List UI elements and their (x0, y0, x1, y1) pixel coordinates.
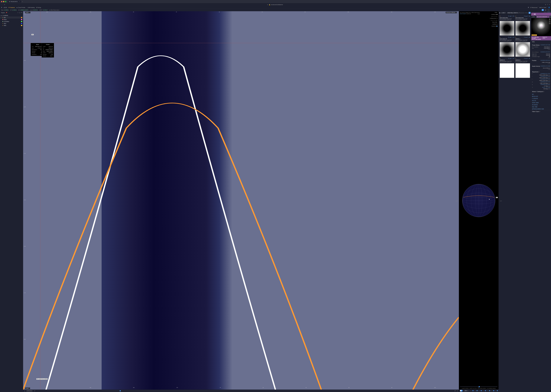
zoom-in-button[interactable]: + (549, 19, 551, 20)
add-target-button[interactable]: + (18, 12, 18, 13)
back-button[interactable]: ‹ (1, 4, 1, 5)
tab-close-icon[interactable]: × (19, 1, 20, 2)
download-icon[interactable]: ⬇ (512, 58, 512, 59)
px-ref-link[interactable]: 2021MNRAS.505.5978V (540, 60, 550, 61)
download-icon[interactable]: ⬇ (527, 58, 528, 59)
survey-image[interactable] (516, 63, 530, 78)
images-list-view-button[interactable]: ≡ (527, 12, 528, 14)
quote-icon[interactable]: Q (548, 69, 549, 70)
alias-link[interactable]: GCl 121 (531, 100, 551, 102)
sky-preview[interactable]: + + − ⛶ FoV: 13.71' (531, 18, 551, 36)
app-logo-icon[interactable]: ⊛ (1, 7, 2, 8)
fits-link[interactable]: fits (529, 37, 530, 38)
toolbar-button-1[interactable]: ˅ (542, 9, 544, 11)
source-link[interactable]: SIMBAD (547, 11, 550, 13)
fits-link[interactable]: fits (513, 15, 514, 17)
target-item-mars[interactable]: Mars (0, 19, 23, 21)
reader-icon[interactable]: ▭ (267, 4, 268, 5)
jpg-link[interactable]: jpg (525, 15, 527, 17)
user-avatar[interactable]: 👤 (548, 7, 550, 8)
alias-link[interactable]: [KPS2012] MWSC 3526 (531, 108, 551, 110)
download-icon[interactable]: ⬇ (524, 37, 525, 38)
target-item-1phalley[interactable]: 1P/Halley (0, 21, 23, 22)
jpg-link[interactable]: jpg (510, 58, 511, 59)
download-icon[interactable]: ⬇ (512, 15, 512, 17)
ee-ref-link[interactable]: 2018MNRAS.505.5978V (540, 51, 550, 53)
date-input[interactable]: 12/01/2022 (26, 390, 33, 392)
sky-range-slider[interactable] (470, 391, 497, 391)
next-day-button[interactable]: ► (457, 390, 458, 392)
images-grid-view-button[interactable]: ⊞ (529, 12, 530, 14)
jpg-link[interactable]: jpg (510, 37, 511, 38)
toolbar-button-3[interactable]: ⛶ (547, 9, 550, 11)
alias-link[interactable]: M 2 (531, 93, 551, 95)
jpg-link[interactable]: jpg (510, 15, 511, 17)
date-slider[interactable] (36, 391, 453, 391)
alias-link[interactable]: C 2130-010 (531, 98, 551, 100)
fits-link[interactable]: fits (529, 15, 530, 17)
images-icon[interactable]: ▦ (499, 12, 500, 14)
pin-icon[interactable]: 📌 (6, 12, 7, 13)
images-info-icon[interactable]: ⓘ (525, 12, 527, 14)
jpg-link[interactable]: jpg (525, 37, 527, 38)
sky-toggle[interactable] (460, 390, 463, 392)
nav-pro-tools[interactable]: ◉ Pro Tools ˅ (540, 7, 547, 8)
target-item-m57[interactable]: ★M57 (0, 22, 23, 24)
sky-time-slider[interactable] (460, 386, 497, 387)
quote-icon[interactable]: Q (548, 57, 549, 58)
copy-icon[interactable]: [C] (549, 63, 550, 64)
forward-button[interactable]: › (3, 4, 3, 5)
coord-system-dropdown[interactable]: J2000 ˅ (532, 16, 536, 18)
rv-ref-link[interactable]: 2018MNRAS.478.1520B (540, 66, 550, 67)
refresh-icon[interactable]: ↻ (21, 12, 22, 13)
copy-icon[interactable]: [C] (549, 57, 550, 58)
nav-self-hosting[interactable]: ⌂ Self-Hosting (27, 7, 35, 8)
survey-image[interactable] (516, 21, 530, 35)
nav-features[interactable]: ★ Features (8, 7, 15, 8)
quote-icon[interactable]: Q (548, 63, 549, 64)
copy-icon[interactable]: [A] (549, 69, 550, 70)
download-icon[interactable]: ⬇ (524, 15, 525, 17)
download-icon[interactable]: ⬇ (508, 37, 509, 38)
alias-link[interactable]: GCRV 13546 (531, 102, 551, 104)
extension-icon[interactable]: ✦ (549, 4, 550, 5)
images-survey-dropdown[interactable]: DSS2 Blue, DSS2 R... ˅ (507, 12, 525, 14)
sky-globe[interactable]: M2 (462, 184, 495, 217)
alias-link[interactable]: HD 205146 (531, 104, 551, 106)
download-icon[interactable]: ⬇ (527, 15, 528, 17)
toolbar-button-2[interactable]: ⊞ (544, 9, 547, 11)
fits-link[interactable]: fits (513, 58, 514, 59)
minimize-window-button[interactable] (3, 1, 4, 2)
alias-link[interactable]: NGC 7089 (531, 106, 551, 108)
settings-icon[interactable]: ⚙ (528, 7, 529, 8)
nav-resources[interactable]: ◎ Resources ˅ (530, 7, 538, 8)
observatory-name[interactable]: La Silla Observatory (49, 9, 59, 11)
survey-image[interactable] (500, 21, 514, 35)
shield-icon[interactable]: 🛡 (547, 4, 548, 5)
folder-icon[interactable]: ▢ (19, 12, 20, 13)
alias-link[interactable]: BD-01 4175 (531, 95, 551, 98)
survey-image[interactable] (500, 42, 514, 57)
nav-cloud-portals[interactable]: ☁ Cloud Portals (16, 7, 25, 8)
pm-ref-link[interactable]: 2019MNRAS.482.5138B (540, 44, 550, 46)
reload-button[interactable]: ⟳ (4, 4, 5, 5)
download-icon[interactable]: ⬇ (527, 37, 528, 38)
mode-looking-up[interactable]: Looking Up (490, 14, 497, 15)
survey-image[interactable] (500, 63, 514, 78)
altitude-chart[interactable]: LMST ˅ Airmass & Altitude ˅ 20h22h0h2h4h… (23, 11, 459, 390)
coord-input[interactable]: M 2, 21:31 -0:49 23.70 (537, 16, 550, 18)
new-tab-button[interactable]: + (22, 1, 23, 2)
download-icon[interactable]: ⬇ (512, 37, 512, 38)
coord-layers-icon[interactable]: ≡ (550, 16, 551, 18)
url-field[interactable]: ▭ 🔒 arcsecond.io/iobserve (6, 4, 544, 5)
prev-day-button[interactable]: ◄ (24, 390, 25, 392)
get-in-touch-link[interactable]: Get in touch (460, 13, 466, 14)
maximize-window-button[interactable] (5, 1, 6, 2)
target-folder[interactable]: ▸ ▢ (untitled) (0, 14, 23, 16)
target-item-m81[interactable]: ★M81 (0, 24, 23, 27)
sky-range-dropdown[interactable]: 24h ˅ (464, 390, 469, 392)
fits-link[interactable]: fits (513, 37, 514, 38)
browser-tab[interactable]: ⊛ Arcsecond.io × (7, 0, 21, 3)
copy-icon[interactable]: [C] (549, 49, 550, 50)
survey-image[interactable] (516, 42, 530, 57)
